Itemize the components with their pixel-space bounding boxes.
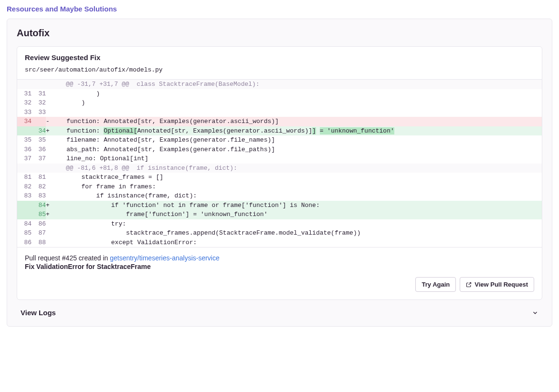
diff-line: 85+ frame['function'] = 'unknown_functio… [17,210,542,219]
external-link-icon [466,282,472,288]
old-line-number: 85 [17,228,32,238]
diff-line: 8282 for frame in frames: [17,182,542,192]
hunk-header-text: @@ -31,7 +31,7 @@ class StacktraceFrame(… [52,80,542,89]
diff-hunk-header: @@ -81,6 +81,8 @@ if isinstance(frame, d… [17,164,542,173]
diff-line: 3737 line_no: Optional[int] [17,154,542,164]
diff-sign [46,145,52,155]
card-header: Review Suggested Fix src/seer/automation… [17,47,542,79]
diff-content: if isinstance(frame, dict): [52,191,542,201]
diff-content: ) [52,98,542,108]
diff-sign [46,228,52,238]
new-line-number: 88 [32,238,46,248]
diff-line: 3333 [17,108,542,117]
hunk-header-text: @@ -81,6 +81,8 @@ if isinstance(frame, d… [52,164,542,173]
diff-line: 8486 try: [17,219,542,229]
new-line-number: 83 [32,191,46,201]
old-line-number [17,126,32,136]
new-line-number: 31 [32,89,46,99]
old-line-number [17,201,32,210]
diff-content: stacktrace_frames.append(StacktraceFrame… [52,228,542,238]
diff-content: function: Annotated[str, Examples(genera… [52,117,542,126]
new-line-number: 37 [32,154,46,164]
pr-repo-link[interactable]: getsentry/timeseries-analysis-service [110,254,220,262]
diff-content [52,108,542,117]
view-pull-request-button[interactable]: View Pull Request [460,277,534,292]
old-line-number: 36 [17,145,32,155]
pr-created-line: Pull request #425 created in getsentry/t… [25,254,534,262]
new-line-number: 36 [32,145,46,155]
diff-sign [46,173,52,182]
new-line-number: 85 [32,210,46,219]
diff-sign [46,219,52,229]
pr-title: Fix ValidationError for StacktraceFrame [25,263,534,270]
old-line-number: 84 [17,219,32,229]
action-buttons: Try Again View Pull Request [25,277,534,292]
try-again-button[interactable]: Try Again [415,277,456,292]
old-line-number: 37 [17,154,32,164]
view-logs-toggle[interactable]: View Logs [17,303,542,319]
file-path: src/seer/automation/autofix/models.py [25,66,534,73]
diff-line: 3636 abs_path: Annotated[str, Examples(g… [17,145,542,155]
new-line-number: 32 [32,98,46,108]
new-line-number [32,117,46,126]
autofix-panel: Autofix Review Suggested Fix src/seer/au… [7,19,552,327]
old-line-number [17,210,32,219]
diff-sign [46,238,52,248]
diff-line: 3535 filename: Annotated[str, Examples(g… [17,135,542,145]
new-line-number: 33 [32,108,46,117]
old-line-number: 35 [17,135,32,145]
new-line-number: 35 [32,135,46,145]
diff-sign: + [46,210,52,219]
new-line-number: 86 [32,219,46,229]
diff-sign: - [46,117,52,126]
pr-prefix: Pull request #425 created in [25,254,110,262]
section-heading[interactable]: Resources and Maybe Solutions [7,5,552,13]
diff-hunk-header: @@ -31,7 +31,7 @@ class StacktraceFrame(… [17,80,542,89]
diff-line: 34- function: Annotated[str, Examples(ge… [17,117,542,126]
new-line-number: 87 [32,228,46,238]
diff-table: @@ -31,7 +31,7 @@ class StacktraceFrame(… [17,79,542,247]
old-line-number: 34 [17,117,32,126]
old-line-number: 81 [17,173,32,182]
diff-content: abs_path: Annotated[str, Examples(genera… [52,145,542,155]
view-logs-label: View Logs [21,309,56,317]
new-line-number: 84 [32,201,46,210]
old-line-number: 32 [17,98,32,108]
new-line-number: 82 [32,182,46,192]
diff-line: 8383 if isinstance(frame, dict): [17,191,542,201]
diff-sign [46,154,52,164]
new-line-number: 81 [32,173,46,182]
diff-sign [46,182,52,192]
diff-content: try: [52,219,542,229]
diff-content: ) [52,89,542,99]
diff-line: 8181 stacktrace_frames = [] [17,173,542,182]
diff-content: if 'function' not in frame or frame['fun… [52,201,542,210]
diff-line: 8587 stacktrace_frames.append(Stacktrace… [17,228,542,238]
view-pr-label: View Pull Request [475,281,528,288]
diff-sign [46,135,52,145]
old-line-number: 82 [17,182,32,192]
diff-content: for frame in frames: [52,182,542,192]
diff-line: 8688 except ValidationError: [17,238,542,248]
new-line-number: 34 [32,126,46,136]
panel-title: Autofix [17,28,542,39]
diff-line: 3131 ) [17,89,542,99]
diff-line: 3232 ) [17,98,542,108]
old-line-number: 33 [17,108,32,117]
diff-sign [46,98,52,108]
diff-line: 34+ function: Optional[Annotated[str, Ex… [17,126,542,136]
diff-content: filename: Annotated[str, Examples(genera… [52,135,542,145]
diff-sign [46,108,52,117]
diff-content: line_no: Optional[int] [52,154,542,164]
old-line-number: 31 [17,89,32,99]
diff-content: frame['function'] = 'unknown_function' [52,210,542,219]
old-line-number: 83 [17,191,32,201]
diff-sign: + [46,201,52,210]
diff-sign: + [46,126,52,136]
review-label: Review Suggested Fix [25,53,534,62]
diff-content: except ValidationError: [52,238,542,248]
diff-content: function: Optional[Annotated[str, Exampl… [52,126,542,136]
chevron-down-icon [532,309,538,316]
diff-sign [46,89,52,99]
diff-line: 84+ if 'function' not in frame or frame[… [17,201,542,210]
